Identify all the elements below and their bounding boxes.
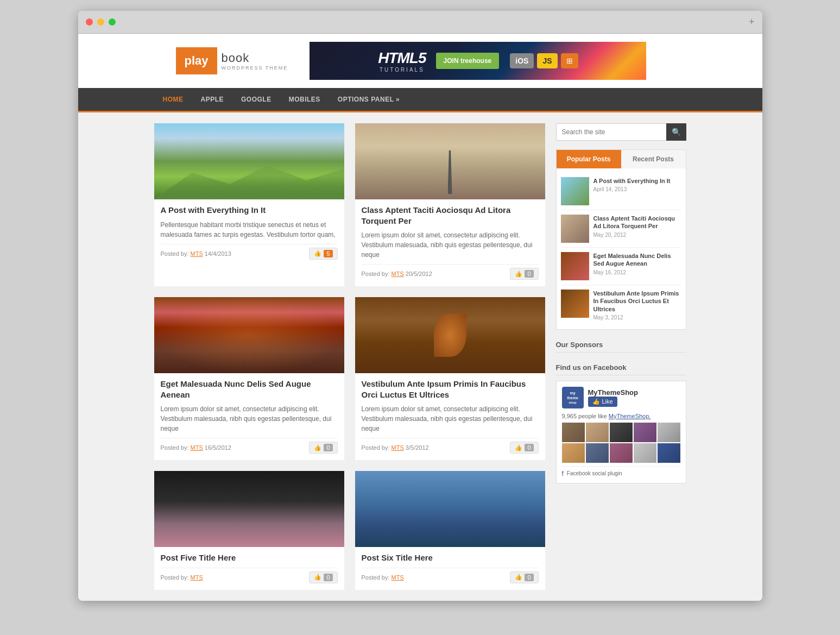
- facebook-widget-content: my theme shop MyThemeShop 👍 Like: [556, 381, 686, 483]
- sidebar-post-date: May 16, 2012: [593, 269, 681, 275]
- post-meta: Posted by: MTS 14/4/2013 👍 5: [161, 244, 338, 260]
- post-thumbnail[interactable]: [154, 123, 344, 199]
- post-byline: Posted by: MTS 16/5/2012: [161, 444, 231, 451]
- logo-play: play: [176, 47, 217, 74]
- post-thumbnail[interactable]: [154, 471, 344, 547]
- post-card: Eget Malesuada Nunc Delis Sed Augue Aene…: [154, 297, 344, 460]
- post-author-link[interactable]: MTS: [391, 574, 404, 581]
- post-excerpt: Pellentesque habitant morbi tristique se…: [161, 220, 338, 240]
- post-byline: Posted by: MTS: [362, 574, 404, 581]
- nav-item-options[interactable]: OPTIONS PANEL »: [329, 88, 408, 111]
- sidebar-post-title[interactable]: Class Aptent Taciti Aociosqu Ad Litora T…: [593, 215, 681, 230]
- post-byline: Posted by: MTS: [161, 574, 203, 581]
- ad-grid-icon: ⊞: [561, 53, 578, 68]
- post-thumbnail[interactable]: [355, 297, 545, 373]
- sidebar-post-thumbnail[interactable]: [561, 215, 589, 243]
- facebook-widget-title: Find us on Facebook: [556, 363, 686, 375]
- sidebar-post-info: Vestibulum Ante Ipsum Primis In Faucibus…: [593, 290, 681, 320]
- nav-item-apple[interactable]: APPLE: [192, 88, 233, 111]
- facebook-avatar: [610, 423, 633, 442]
- nav-item-google[interactable]: GOOGLE: [232, 88, 280, 111]
- post-meta: Posted by: MTS 20/5/2012 👍 0: [362, 264, 539, 280]
- sidebar-post-title[interactable]: Vestibulum Ante Ipsum Primis In Faucibus…: [593, 290, 681, 313]
- popular-posts-list: A Post with Everything In It April 14, 2…: [557, 168, 686, 329]
- post-byline: Posted by: MTS 20/5/2012: [362, 271, 432, 277]
- post-title[interactable]: A Post with Everything In It: [161, 205, 338, 216]
- post-thumbnail[interactable]: [355, 123, 545, 199]
- posts-area: A Post with Everything In It Pellentesqu…: [154, 123, 545, 590]
- post-author-link[interactable]: MTS: [391, 271, 404, 277]
- search-input[interactable]: [556, 123, 666, 141]
- post-like-button[interactable]: 👍 0: [309, 442, 337, 454]
- post-byline: Posted by: MTS 14/4/2013: [161, 250, 231, 257]
- post-like-button[interactable]: 👍 0: [510, 442, 538, 454]
- facebook-icon: f: [562, 470, 564, 477]
- post-card: Vestibulum Ante Ipsum Primis In Faucibus…: [355, 297, 545, 460]
- like-count: 0: [525, 444, 533, 451]
- main-navigation: HOME APPLE GOOGLE MOBILES OPTIONS PANEL …: [78, 88, 762, 112]
- post-author-link[interactable]: MTS: [191, 574, 203, 581]
- post-card: Post Five Title Here Posted by: MTS 👍 0: [154, 471, 344, 590]
- post-like-button[interactable]: 👍 0: [510, 571, 538, 583]
- browser-minimize-btn[interactable]: [97, 18, 104, 26]
- post-thumbnail[interactable]: [355, 471, 545, 547]
- post-author-link[interactable]: MTS: [391, 444, 404, 451]
- sidebar-post-thumbnail[interactable]: [561, 290, 589, 318]
- sidebar-post-thumbnail[interactable]: [561, 252, 589, 280]
- nav-item-mobiles[interactable]: MOBILES: [280, 88, 329, 111]
- search-button[interactable]: 🔍: [666, 123, 686, 141]
- header-advertisement: HTML5 TUTORIALS JOIN treehouse iOS JS ⊞: [310, 42, 646, 80]
- facebook-avatar: [586, 423, 609, 442]
- post-meta: Posted by: MTS 👍 0: [161, 568, 338, 583]
- post-thumbnail[interactable]: [154, 297, 344, 373]
- post-like-button[interactable]: 👍 5: [309, 248, 337, 260]
- post-meta: Posted by: MTS 3/5/2012 👍 0: [362, 438, 539, 454]
- ad-ios-icon: iOS: [510, 53, 534, 68]
- tab-popular-posts[interactable]: Popular Posts: [557, 150, 621, 168]
- post-like-button[interactable]: 👍 0: [510, 268, 538, 280]
- sidebar: 🔍 Popular Posts Recent Posts A: [556, 123, 686, 590]
- ad-html5-text: HTML5: [378, 49, 426, 66]
- browser-close-btn[interactable]: [86, 18, 93, 26]
- sidebar-post-date: May 3, 2012: [593, 315, 681, 320]
- facebook-like-button[interactable]: 👍 Like: [588, 397, 617, 407]
- tab-recent-posts[interactable]: Recent Posts: [621, 150, 686, 168]
- post-title[interactable]: Vestibulum Ante Ipsum Primis In Faucibus…: [362, 379, 539, 400]
- sidebar-post-info: Class Aptent Taciti Aociosqu Ad Litora T…: [593, 215, 681, 238]
- facebook-avatar: [586, 443, 609, 463]
- facebook-likes-link[interactable]: MyThemeShop.: [609, 413, 651, 419]
- browser-maximize-btn[interactable]: [109, 18, 116, 26]
- facebook-footer-text: Facebook social plugin: [567, 470, 622, 476]
- post-card: Class Aptent Taciti Aociosqu Ad Litora T…: [355, 123, 545, 286]
- sidebar-post-date: April 14, 2013: [593, 186, 681, 192]
- sidebar-post-item: Eget Malesuada Nunc Delis Sed Augue Aene…: [561, 248, 681, 285]
- sponsors-widget: Our Sponsors: [556, 341, 686, 353]
- sidebar-post-info: Eget Malesuada Nunc Delis Sed Augue Aene…: [593, 252, 681, 275]
- post-title[interactable]: Post Five Title Here: [161, 552, 338, 563]
- browser-new-tab-btn[interactable]: +: [749, 16, 755, 28]
- main-container: A Post with Everything In It Pellentesqu…: [149, 112, 692, 601]
- post-meta: Posted by: MTS 16/5/2012 👍 0: [161, 438, 338, 454]
- post-title[interactable]: Post Six Title Here: [362, 552, 539, 563]
- post-card: Post Six Title Here Posted by: MTS 👍 0: [355, 471, 545, 590]
- site-header: play book WORDPRESS THEME HTML5 TUTORIAL…: [78, 34, 762, 88]
- logo-book-name: book: [222, 51, 288, 65]
- ad-join-button[interactable]: JOIN treehouse: [436, 53, 500, 69]
- post-title[interactable]: Eget Malesuada Nunc Delis Sed Augue Aene…: [161, 379, 338, 400]
- post-title[interactable]: Class Aptent Taciti Aociosqu Ad Litora T…: [362, 205, 539, 226]
- ad-icons-area: iOS JS ⊞: [510, 53, 578, 68]
- post-author-link[interactable]: MTS: [191, 250, 203, 257]
- facebook-avatar: [562, 443, 585, 463]
- logo-book: book WORDPRESS THEME: [217, 51, 288, 71]
- post-like-button[interactable]: 👍 0: [309, 571, 337, 583]
- like-count: 0: [324, 574, 332, 581]
- sidebar-post-title[interactable]: Eget Malesuada Nunc Delis Sed Augue Aene…: [593, 252, 681, 268]
- sidebar-post-title[interactable]: A Post with Everything In It: [593, 177, 681, 185]
- facebook-avatar: [562, 423, 585, 442]
- nav-item-home[interactable]: HOME: [154, 88, 192, 111]
- sidebar-post-thumbnail[interactable]: [561, 177, 589, 205]
- post-author-link[interactable]: MTS: [191, 444, 203, 451]
- post-excerpt: Lorem ipsum dolor sit amet, consectetur …: [362, 230, 539, 260]
- logo-link[interactable]: play book WORDPRESS THEME: [78, 36, 299, 85]
- ad-tutorials-text: TUTORIALS: [378, 67, 426, 73]
